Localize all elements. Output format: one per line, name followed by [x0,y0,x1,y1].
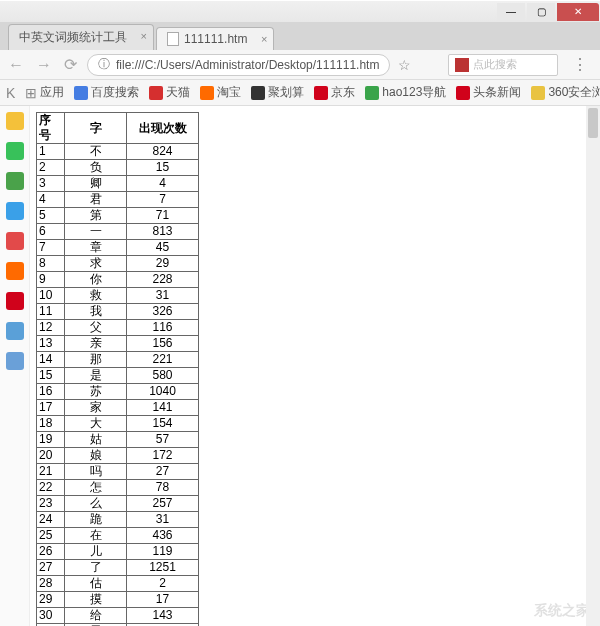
bookmark-icon [200,86,214,100]
bookmark-item[interactable]: 聚划算 [251,84,304,101]
search-input[interactable]: 点此搜索 [448,54,558,76]
bookmark-item[interactable]: hao123导航 [365,84,446,101]
cell-index: 19 [37,432,65,448]
bookmark-label: 京东 [331,84,355,101]
cell-index: 18 [37,416,65,432]
cell-count: 580 [127,368,199,384]
search-icon[interactable] [6,202,24,220]
cell-char: 在 [65,528,127,544]
reload-button[interactable]: ⟳ [62,55,79,74]
bookmark-item[interactable]: 京东 [314,84,355,101]
table-row: 17家141 [37,400,199,416]
table-row: 24跪31 [37,512,199,528]
cell-char: 娘 [65,448,127,464]
cell-char: 卿 [65,176,127,192]
header-count: 出现次数 [127,113,199,144]
cell-char: 救 [65,288,127,304]
cell-char: 我 [65,304,127,320]
star-icon[interactable] [6,112,24,130]
table-row: 1不824 [37,144,199,160]
info-icon: ⓘ [98,56,110,73]
book-icon[interactable] [6,352,24,370]
tab-label: 中英文词频统计工具 [19,29,127,46]
forward-button[interactable]: → [34,56,54,74]
close-icon[interactable]: × [261,33,267,45]
menu-button[interactable]: ⋮ [566,55,594,74]
window-close-button[interactable]: ✕ [557,3,599,21]
url-input[interactable]: ⓘ file:///C:/Users/Administrator/Desktop… [87,54,390,76]
cell-char: 家 [65,400,127,416]
cell-index: 27 [37,560,65,576]
bookmark-icon [149,86,163,100]
window-titlebar: — ▢ ✕ [0,0,600,22]
table-row: 30给143 [37,608,199,624]
back-button[interactable]: ← [6,56,26,74]
bookmark-label: 头条新闻 [473,84,521,101]
bookmark-item[interactable]: 百度搜索 [74,84,139,101]
tab-tool[interactable]: 中英文词频统计工具 × [8,24,154,50]
cell-count: 15 [127,160,199,176]
cell-count: 119 [127,544,199,560]
table-row: 12父116 [37,320,199,336]
header-char: 字 [65,113,127,144]
document-icon [167,32,179,46]
table-row: 15是580 [37,368,199,384]
cell-index: 4 [37,192,65,208]
bookmark-icon [314,86,328,100]
table-row: 2负15 [37,160,199,176]
table-row: 9你228 [37,272,199,288]
vertical-scrollbar[interactable] [586,106,600,626]
apps-grid-icon: ⊞ [25,85,37,101]
cell-index: 17 [37,400,65,416]
cell-count: 436 [127,528,199,544]
window-maximize-button[interactable]: ▢ [527,3,555,21]
cell-char: 估 [65,576,127,592]
cell-char: 那 [65,352,127,368]
scroll-thumb[interactable] [588,108,598,138]
cell-index: 7 [37,240,65,256]
cell-char: 跪 [65,512,127,528]
cell-index: 11 [37,304,65,320]
k-icon[interactable]: K [6,85,15,101]
cart-icon[interactable] [6,262,24,280]
bookmark-item[interactable]: 天猫 [149,84,190,101]
table-row: 14那221 [37,352,199,368]
apps-button[interactable]: ⊞ 应用 [25,84,64,101]
bookmark-icon [74,86,88,100]
bookmark-item[interactable]: 360安全浏览器 [531,84,600,101]
bookmark-star-icon[interactable]: ☆ [398,57,411,73]
leaf-icon[interactable] [6,172,24,190]
close-icon[interactable]: × [141,30,147,42]
bookmark-item[interactable]: 淘宝 [200,84,241,101]
cell-index: 30 [37,608,65,624]
news-icon[interactable] [6,232,24,250]
tab-file[interactable]: 111111.htm × [156,27,274,50]
cell-char: 给 [65,608,127,624]
search-placeholder: 点此搜索 [473,57,517,72]
ju-icon[interactable] [6,292,24,310]
table-row: 11我326 [37,304,199,320]
grid-icon[interactable] [6,322,24,340]
cell-count: 45 [127,240,199,256]
cell-char: 摸 [65,592,127,608]
bookmark-item[interactable]: 头条新闻 [456,84,521,101]
cell-index: 5 [37,208,65,224]
cell-count: 156 [127,336,199,352]
address-bar: ← → ⟳ ⓘ file:///C:/Users/Administrator/D… [0,50,600,80]
bookmark-label: 淘宝 [217,84,241,101]
cell-char: 亲 [65,336,127,352]
cell-index: 9 [37,272,65,288]
window-minimize-button[interactable]: — [497,3,525,21]
clock-icon[interactable] [6,142,24,160]
cell-count: 326 [127,304,199,320]
bookmark-label: 聚划算 [268,84,304,101]
cell-char: 第 [65,208,127,224]
table-row: 23么257 [37,496,199,512]
cell-index: 1 [37,144,65,160]
table-row: 18大154 [37,416,199,432]
frequency-table: 序号 字 出现次数 1不8242负153卿44君75第716一8137章458求… [36,112,199,626]
cell-count: 31 [127,288,199,304]
cell-index: 20 [37,448,65,464]
cell-char: 么 [65,496,127,512]
cell-index: 15 [37,368,65,384]
